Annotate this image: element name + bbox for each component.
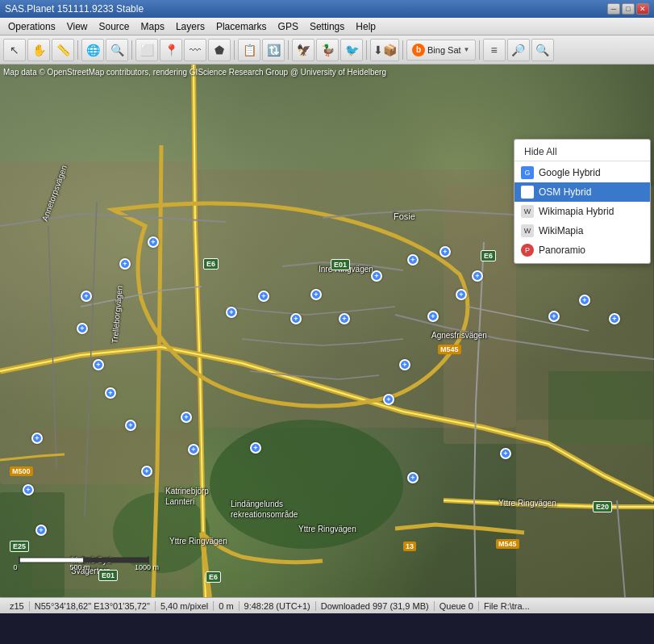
layer-panoramio[interactable]: P Panoramio (514, 240, 650, 260)
stitch-button[interactable]: 🦅 (292, 39, 315, 61)
menu-operations[interactable]: Operations (3, 19, 60, 34)
globe-button[interactable]: 🌐 (81, 39, 104, 61)
map-pin-27[interactable] (609, 313, 620, 324)
status-bar: z15 N55°34'18,62" E13°01'35,72" 5,40 m/p… (0, 597, 654, 613)
zoom-out-button[interactable]: 🔍 (531, 39, 554, 61)
svg-text:500 m: 500 m (69, 563, 90, 571)
map-pin-31[interactable] (141, 466, 152, 477)
bird1-button[interactable]: 🦆 (316, 39, 339, 61)
layer-osm-hybrid[interactable]: O OSM Hybrid (514, 182, 650, 202)
menu-layers[interactable]: Layers (171, 19, 210, 34)
svg-text:1000 m: 1000 m (135, 563, 159, 571)
map-pin-32[interactable] (181, 412, 192, 423)
map-pin-1[interactable] (148, 236, 159, 248)
wikimapia-hybrid-label: Wikimapia Hybrid (539, 206, 614, 217)
map-pin-33[interactable] (188, 444, 199, 455)
map-pin-26[interactable] (579, 295, 590, 306)
map-pin-22[interactable] (439, 246, 451, 257)
layer-wikimapia-hybrid[interactable]: W Wikimapia Hybrid (514, 202, 650, 221)
toolbar-separator-6 (402, 40, 403, 60)
bird2-button[interactable]: 🐦 (340, 39, 363, 61)
maximize-button[interactable]: □ (622, 3, 635, 15)
map-pin-19[interactable] (427, 311, 439, 322)
menu-gps[interactable]: GPS (273, 19, 303, 34)
map-pin-20[interactable] (456, 289, 467, 300)
close-button[interactable]: ✕ (636, 3, 649, 15)
download-button[interactable]: ⬇📦 (370, 39, 399, 61)
map-container[interactable]: Map data © OpenStreetMap contributors, r… (0, 65, 654, 597)
map-pin-12[interactable] (383, 394, 394, 405)
menu-maps[interactable]: Maps (136, 19, 169, 34)
bing-icon: b (412, 44, 425, 56)
google-hybrid-label: Google Hybrid (539, 167, 601, 178)
shield-m500: M500 (10, 466, 33, 476)
map-copyright: Map data © OpenStreetMap contributors, r… (3, 68, 386, 77)
dropdown-hide-all[interactable]: Hide All (514, 143, 650, 161)
map-pin-3[interactable] (81, 291, 92, 302)
status-coords: N55°34'18,62" E13°01'35,72" (30, 601, 156, 611)
panoramio-label: Panoramio (539, 245, 585, 256)
polygon-button[interactable]: ⬟ (208, 39, 231, 61)
title-bar: SAS.Planet 151111.9233 Stable ─ □ ✕ (0, 0, 654, 18)
menu-placemarks[interactable]: Placemarks (211, 19, 272, 34)
osm-hybrid-icon: O (521, 186, 534, 199)
menu-source[interactable]: Source (94, 19, 135, 34)
wikimapia-hybrid-icon: W (521, 205, 534, 218)
shield-e6-n: E6 (203, 258, 219, 270)
map-pin-29[interactable] (500, 448, 511, 459)
layer-wikimapia[interactable]: W WikiMapia (514, 221, 650, 240)
cursor-tool-button[interactable]: ↖ (3, 39, 26, 61)
map-pin-21[interactable] (472, 270, 483, 282)
map-pin-9[interactable] (23, 484, 34, 496)
map-pin-6[interactable] (105, 387, 116, 399)
placemark-button[interactable]: 📍 (160, 39, 182, 61)
shield-13: 13 (403, 542, 416, 551)
menu-settings[interactable]: Settings (305, 19, 349, 34)
map-pin-17[interactable] (258, 291, 269, 302)
map-pin-8[interactable] (31, 433, 43, 444)
map-pin-13[interactable] (399, 359, 410, 370)
scale-svg: 0 500 m 1000 m (11, 548, 189, 572)
minimize-button[interactable]: ─ (607, 3, 620, 15)
zoom-in-button[interactable]: 🔍 (106, 39, 128, 61)
map-pin-25[interactable] (548, 311, 560, 322)
pan-tool-button[interactable]: ✋ (27, 39, 50, 61)
map-pin-5[interactable] (93, 359, 104, 370)
map-pin-30[interactable] (407, 472, 419, 483)
select-rect-button[interactable]: ⬜ (135, 39, 158, 61)
toolbar: ↖ ✋ 📏 🌐 🔍 ⬜ 📍 〰 ⬟ 📋 🔃 🦅 🦆 🐦 ⬇📦 b Bing Sa… (0, 36, 654, 65)
map-pin-18[interactable] (226, 307, 237, 318)
shield-e6-ne: E6 (481, 250, 496, 261)
shield-e20: E20 (593, 501, 612, 512)
map-pin-16[interactable] (290, 313, 302, 324)
panoramio-icon: P (521, 244, 534, 257)
map-pin-7[interactable] (125, 420, 136, 431)
bing-dropdown-arrow: ▼ (464, 46, 470, 53)
layers-panel-button[interactable]: ≡ (483, 39, 506, 61)
path-button[interactable]: 〰 (184, 39, 206, 61)
shield-m545-s: M545 (496, 539, 519, 549)
map-pin-15[interactable] (339, 313, 350, 324)
map-pin-23[interactable] (407, 254, 419, 266)
refresh-button[interactable]: 🔃 (262, 39, 285, 61)
shield-e6-s: E6 (206, 571, 221, 583)
map-pin-11[interactable] (250, 442, 261, 454)
ruler-tool-button[interactable]: 📏 (52, 39, 74, 61)
layer-google-hybrid[interactable]: G Google Hybrid (514, 163, 650, 182)
layer-dropdown-menu: Hide All G Google Hybrid O OSM Hybrid W … (514, 139, 651, 264)
menu-view[interactable]: View (62, 19, 93, 34)
status-distance: 0 m (214, 601, 239, 611)
bing-sat-button[interactable]: b Bing Sat ▼ (406, 40, 476, 61)
menu-help[interactable]: Help (351, 19, 381, 34)
map-pin-2[interactable] (119, 258, 131, 270)
map-pin-24[interactable] (371, 270, 382, 282)
toolbar-separator-3 (234, 40, 235, 60)
zoom-magnify-button[interactable]: 🔎 (507, 39, 530, 61)
svg-rect-8 (548, 371, 653, 444)
status-queue: Queue 0 (435, 601, 479, 611)
bing-sat-label: Bing Sat (427, 45, 461, 55)
map-pin-14[interactable] (310, 289, 322, 300)
notes-button[interactable]: 📋 (238, 39, 260, 61)
map-pin-4[interactable] (77, 323, 88, 334)
map-pin-10[interactable] (35, 525, 47, 536)
